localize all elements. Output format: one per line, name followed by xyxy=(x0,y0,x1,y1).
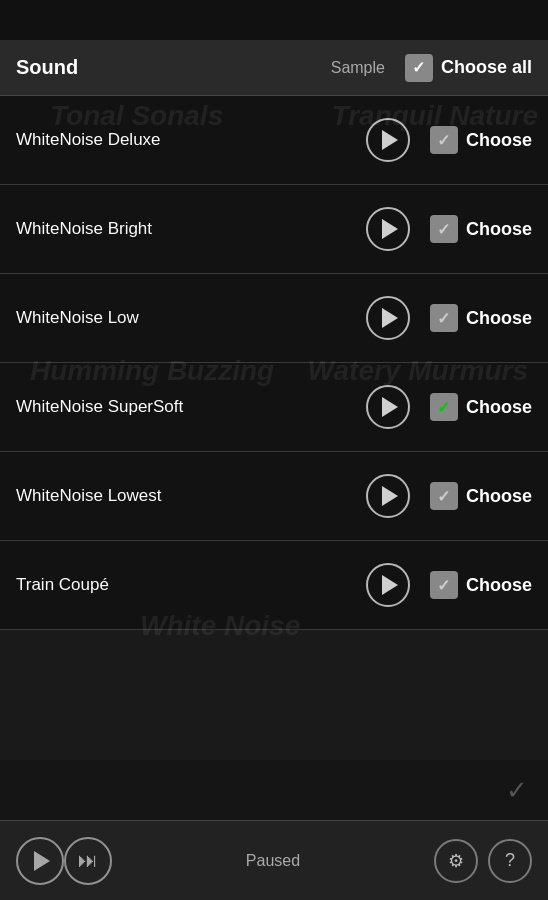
app-container: Tonal Sonals Tranquil Nature Humming Buz… xyxy=(0,0,548,900)
choose-all-checkbox[interactable] xyxy=(405,54,433,82)
wm-tranquil-nature: Tranquil Nature xyxy=(332,100,538,132)
checkmark-icon: ✓ xyxy=(506,775,528,806)
wm-tonal-sonals: Tonal Sonals xyxy=(50,100,223,132)
wm-white-noise: White Noise xyxy=(140,610,300,642)
wm-watery-murmurs: Watery Murmurs xyxy=(308,355,528,387)
bottom-checkmark-area: ✓ xyxy=(0,760,548,820)
wm-humming-buzzing: Humming Buzzing xyxy=(30,355,274,387)
